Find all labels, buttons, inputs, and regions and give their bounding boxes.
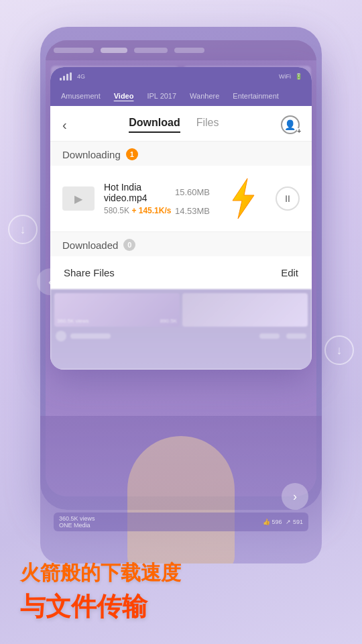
edit-button[interactable]: Edit <box>281 267 298 278</box>
pause-button[interactable]: ⏸ <box>276 186 300 211</box>
nav-tab-wanhere[interactable]: Wanhere <box>186 90 223 102</box>
share-count: ↗ 591 <box>286 519 303 525</box>
user-person-icon: 👤 <box>284 119 296 130</box>
main-download-card: 4G WiFi 🔋 Amusement Video IPL 2017 Wanhe… <box>50 67 312 370</box>
speed-highlight: + 145.1K/s <box>131 206 171 215</box>
download-icon-left: ↓ <box>8 215 38 244</box>
phone-status-bar: 4G WiFi 🔋 <box>50 67 312 86</box>
pause-icon: ⏸ <box>283 193 292 204</box>
nav-tab-video[interactable]: Video <box>110 90 138 102</box>
status-icons-right: WiFi 🔋 <box>279 73 302 80</box>
view-count: 360.5K views <box>59 515 95 522</box>
chinese-tagline-1: 火箭般的下载速度 <box>20 559 342 587</box>
bottom-text-area: 火箭般的下载速度 与文件传输 <box>0 546 362 631</box>
nav-tab-amusement[interactable]: Amusement <box>57 90 105 102</box>
download-total-size: 15.60MB <box>175 187 210 197</box>
play-icon: ▶ <box>74 193 82 205</box>
video-background-area <box>40 416 322 564</box>
download-icon-right: ↓ <box>324 335 354 365</box>
downloaded-text: Downloaded <box>62 239 118 251</box>
chinese-tagline-2: 与文件传输 <box>20 590 342 624</box>
nav-tab-ipl[interactable]: IPL 2017 <box>143 90 180 102</box>
user-icon[interactable]: 👤 + <box>281 115 300 134</box>
downloaded-label-group: Downloaded 0 <box>62 239 135 251</box>
downloaded-count-badge: 0 <box>123 239 135 251</box>
right-arrow-icon[interactable]: › <box>282 483 308 510</box>
download-filename: Hot India video.mp4 <box>104 182 170 203</box>
download-info: Hot India video.mp4 15.60MB 580.5K + 145… <box>104 182 210 216</box>
network-type: 4G <box>77 73 85 80</box>
lightning-icon <box>219 175 266 222</box>
video-thumbnail: ▶ <box>62 186 95 211</box>
nav-tab-entertainment[interactable]: Entertainment <box>229 90 282 102</box>
tab-download[interactable]: Download <box>129 117 180 133</box>
status-icons-left: 4G <box>60 72 85 80</box>
signal-bar-3 <box>66 74 68 80</box>
download-speed: 580.5K + 145.1K/s <box>104 206 171 215</box>
battery-icon: 🔋 <box>295 73 302 80</box>
download-item[interactable]: ▶ Hot India video.mp4 15.60MB 580.5K + 1… <box>50 166 312 232</box>
signal-bar-4 <box>70 72 72 80</box>
tab-files[interactable]: Files <box>196 117 219 133</box>
header-tabs: Download Files <box>129 117 219 133</box>
action-row: Share Files Edit <box>50 256 312 289</box>
nav-tabs-bar: Amusement Video IPL 2017 Wanhere Enterta… <box>50 86 312 106</box>
download-speed-row: 580.5K + 145.1K/s 14.53MB <box>104 206 210 216</box>
wifi-icon: WiFi <box>279 73 291 80</box>
share-files-button[interactable]: Share Files <box>64 267 115 278</box>
downloading-count-badge: 1 <box>126 148 138 160</box>
back-button[interactable]: ‹ <box>62 117 67 133</box>
downloading-text: Downloading <box>62 149 121 160</box>
like-count: 👍 596 <box>263 519 282 525</box>
svg-marker-0 <box>233 178 254 219</box>
download-header: ‹ Download Files 👤 + <box>50 106 312 142</box>
channel-name: ONE Media <box>59 522 95 529</box>
download-name-row: Hot India video.mp4 15.60MB <box>104 182 210 203</box>
signal-bar-1 <box>60 78 62 80</box>
signal-bar-2 <box>63 76 65 80</box>
video-info-overlay: 360.5K views ONE Media 👍 596 ↗ 591 <box>54 513 308 531</box>
downloaded-section: Downloaded 0 <box>50 232 312 256</box>
signal-bars <box>60 72 72 80</box>
download-current-size: 14.53MB <box>175 206 210 216</box>
downloading-section-label: Downloading 1 <box>50 142 312 166</box>
add-user-plus: + <box>297 128 301 135</box>
blurred-video-area: 360.5K views 890.5K <box>50 289 312 370</box>
